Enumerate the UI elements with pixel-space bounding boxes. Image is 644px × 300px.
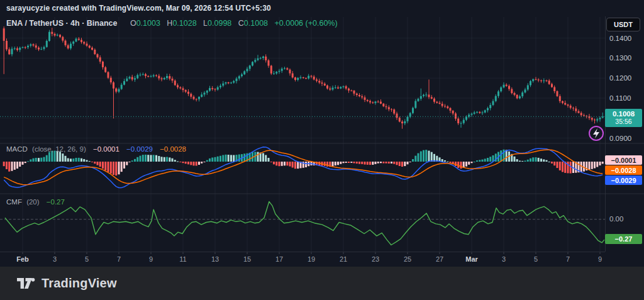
time-axis-tick: 5 xyxy=(85,255,89,263)
time-axis-tick: 19 xyxy=(308,255,315,263)
tradingview-snapshot: sarayucyzie created with TradingView.com… xyxy=(0,0,644,300)
time-axis-tick: 3 xyxy=(53,255,57,263)
time-axis-tick: 27 xyxy=(436,255,443,263)
cmf-params: (20) xyxy=(26,198,39,206)
price-axis-label: 0.1400 xyxy=(609,35,631,42)
tradingview-logo-icon xyxy=(17,278,36,289)
time-axis-tick: Feb xyxy=(16,255,29,263)
time-axis-tick: 11 xyxy=(179,255,186,263)
price-axis-label: 0.1300 xyxy=(609,54,631,62)
change-value: +0.0006 (+0.60%) xyxy=(275,19,338,28)
open-label: O xyxy=(130,19,136,28)
cmf-legend[interactable]: CMF (20) −0.27 xyxy=(6,198,65,206)
time-axis-tick: 21 xyxy=(340,255,347,263)
price-axis[interactable]: USDT 0.1008 35:56 −0.0001 −0.0028 −0.002… xyxy=(605,16,644,252)
macd-params: (close, 12, 26, 9) xyxy=(32,145,86,153)
cmf-badge: −0.27 xyxy=(605,234,642,244)
cmf-zero-label: 0.00 xyxy=(609,215,623,223)
macd-hist-badge: −0.0001 xyxy=(605,155,642,165)
time-axis-tick: 13 xyxy=(211,255,219,263)
low-value: 0.0998 xyxy=(208,19,231,28)
tradingview-brand-text: TradingView xyxy=(42,276,117,291)
last-price-badge: 0.1008 35:56 xyxy=(605,109,642,127)
time-axis-tick: 25 xyxy=(404,255,411,263)
price-axis-label: 0.0900 xyxy=(609,135,631,142)
macd-title: MACD xyxy=(6,145,28,153)
macd-legend[interactable]: MACD (close, 12, 26, 9) −0.0001 −0.0029 … xyxy=(6,145,186,153)
time-axis-tick: 17 xyxy=(275,255,283,263)
attribution-watermark: sarayucyzie created with TradingView.com… xyxy=(6,4,271,13)
price-axis-label: 0.1100 xyxy=(609,94,631,102)
close-value: 0.1008 xyxy=(244,19,268,28)
time-axis-tick: 9 xyxy=(149,255,153,263)
time-axis-tick: 23 xyxy=(372,255,379,263)
last-price-value: 0.1008 xyxy=(605,110,642,118)
macd-hist-value: −0.0001 xyxy=(93,145,119,153)
time-axis-tick: Mar xyxy=(465,255,478,263)
currency-toggle-button[interactable]: USDT xyxy=(606,18,640,31)
time-axis[interactable]: Feb3579111315171921232527Mar3579 xyxy=(0,252,605,267)
cmf-title: CMF xyxy=(6,198,22,206)
symbol-title[interactable]: ENA / TetherUS · 4h · Binance xyxy=(6,19,117,28)
close-label: C xyxy=(238,19,244,28)
footer-bar: TradingView xyxy=(0,267,644,300)
symbol-legend[interactable]: ENA / TetherUS · 4h · Binance O0.1003 H0… xyxy=(6,19,338,28)
macd-line-value: −0.0029 xyxy=(126,145,153,153)
macd-signal-value: −0.0028 xyxy=(160,145,186,153)
time-axis-tick: 5 xyxy=(534,255,538,263)
open-value: 0.1003 xyxy=(136,19,160,28)
price-axis-label: 0.1200 xyxy=(609,74,631,82)
time-axis-tick: 9 xyxy=(598,255,602,263)
cmf-value: −0.27 xyxy=(47,198,65,206)
time-axis-tick: 15 xyxy=(243,255,251,263)
bar-countdown: 35:56 xyxy=(605,118,642,126)
time-axis-tick: 3 xyxy=(502,255,506,263)
time-axis-tick: 7 xyxy=(566,255,570,263)
macd-signal-badge: −0.0028 xyxy=(605,165,642,175)
time-axis-tick: 7 xyxy=(117,255,121,263)
tradingview-logo[interactable]: TradingView xyxy=(17,276,117,291)
macd-line-badge: −0.0029 xyxy=(605,175,642,185)
high-value: 0.1028 xyxy=(172,19,196,28)
